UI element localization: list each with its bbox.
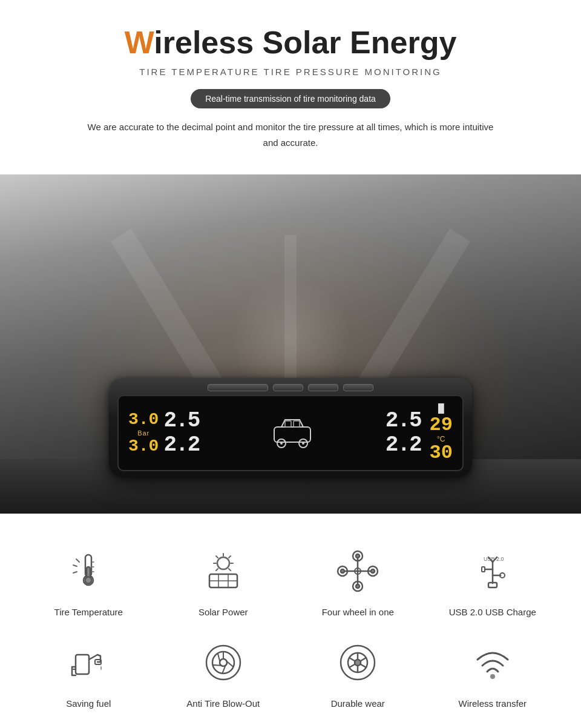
- lcd-screen: 3.0 Bar 3.0 2.5 2.2: [117, 395, 464, 471]
- svg-text:USB  2.0: USB 2.0: [484, 556, 504, 562]
- pressure-left-top: 3.0: [128, 411, 159, 428]
- durable-wear-icon-wrap: [330, 635, 385, 690]
- svg-line-10: [76, 559, 79, 562]
- svg-point-41: [356, 584, 359, 588]
- svg-point-20: [217, 557, 229, 569]
- svg-point-72: [490, 674, 495, 679]
- four-wheel-label: Four wheel in one: [322, 607, 394, 617]
- title-bold: Solar Energy: [263, 25, 457, 60]
- features-section: Tire Temperature: [0, 514, 581, 728]
- svg-line-71: [349, 658, 355, 661]
- feature-anti-tire: Anti Tire Blow-Out: [159, 635, 288, 709]
- solar-panel: [208, 384, 268, 391]
- feature-solar-power: Solar Power: [159, 544, 288, 617]
- svg-line-11: [73, 565, 77, 566]
- button-2: [308, 384, 338, 391]
- pressure-fr-rr: 2.5 2.2: [386, 410, 421, 456]
- durable-wear-label: Durable wear: [331, 698, 385, 709]
- thermometer-icon: [67, 550, 110, 592]
- four-wheel-icon-wrap: [330, 544, 385, 598]
- svg-line-68: [361, 664, 367, 668]
- title-w: W: [125, 25, 154, 60]
- tire-temp-icon-wrap: [61, 544, 116, 598]
- svg-point-6: [280, 442, 283, 445]
- svg-rect-8: [285, 421, 291, 427]
- feature-tire-temp: Tire Temperature: [24, 544, 153, 617]
- feature-wireless: Wireless transfer: [428, 635, 557, 709]
- tire-temp-label: Tire Temperature: [54, 607, 123, 617]
- device-wrapper: 3.0 Bar 3.0 2.5 2.2: [109, 378, 472, 477]
- pressure-rr: 2.2: [386, 434, 421, 456]
- usb-icon: USB 2.0: [471, 550, 514, 592]
- svg-line-24: [229, 569, 231, 571]
- title-rest: ireless: [154, 25, 262, 60]
- car-diagram: [204, 415, 381, 451]
- button-1: [273, 384, 303, 391]
- wifi-icon: [471, 641, 514, 684]
- svg-line-67: [361, 658, 367, 661]
- pressure-fr: 2.5: [386, 410, 421, 432]
- svg-rect-52: [76, 655, 89, 674]
- feature-durable-wear: Durable wear: [294, 635, 422, 709]
- pressure-fl-rl: 2.5 2.2: [163, 410, 199, 456]
- hero-section: 3.0 Bar 3.0 2.5 2.2: [0, 174, 581, 514]
- car-svg: [268, 415, 317, 451]
- svg-rect-9: [294, 421, 300, 427]
- four-wheel-icon: [336, 550, 379, 592]
- svg-line-27: [216, 569, 218, 571]
- fuel-icon: [67, 641, 110, 684]
- durable-icon: [336, 641, 379, 684]
- header-section: Wireless Solar Energy TIRE TEMPERATURE T…: [0, 0, 581, 174]
- svg-point-16: [85, 577, 92, 584]
- anti-tire-icon-wrap: [196, 635, 251, 690]
- svg-point-55: [206, 646, 240, 680]
- svg-line-70: [349, 664, 355, 668]
- svg-point-35: [341, 569, 344, 573]
- subtitle: TIRE TEMPERATURE TIRE PRESSURE MONITORIN…: [12, 67, 569, 77]
- anti-tire-label: Anti Tire Blow-Out: [186, 698, 260, 709]
- pressure-left: 3.0 Bar 3.0: [128, 411, 159, 455]
- svg-point-39: [356, 554, 359, 558]
- description: We are accurate to the decimal point and…: [85, 119, 496, 150]
- feature-saving-fuel: Saving fuel: [24, 635, 153, 709]
- svg-line-59: [226, 660, 232, 668]
- svg-point-65: [355, 660, 361, 666]
- tire-icon: [202, 641, 245, 684]
- button-3: [343, 384, 373, 391]
- temp-bottom: 30: [430, 443, 453, 463]
- battery-icon: ▐▌: [435, 403, 447, 413]
- pressure-rl: 2.2: [163, 434, 199, 456]
- wireless-label: Wireless transfer: [458, 698, 527, 709]
- bar-label: Bar: [137, 429, 149, 437]
- svg-line-25: [216, 556, 218, 558]
- saving-fuel-label: Saving fuel: [66, 698, 111, 709]
- svg-rect-50: [488, 583, 497, 587]
- feature-usb-charge: USB 2.0 USB 2.0 USB Charge: [428, 544, 557, 617]
- solar-icon: [202, 550, 245, 592]
- tpms-device: 3.0 Bar 3.0 2.5 2.2: [109, 378, 472, 477]
- page-title: Wireless Solar Energy: [12, 24, 569, 61]
- feature-four-wheel: Four wheel in one: [294, 544, 422, 617]
- pressure-left-bottom: 3.0: [128, 438, 159, 455]
- usb-charge-label: USB 2.0 USB Charge: [449, 607, 536, 617]
- solar-power-label: Solar Power: [199, 607, 248, 617]
- device-top: [117, 384, 464, 391]
- pressure-fl: 2.5: [163, 410, 199, 432]
- saving-fuel-icon-wrap: [61, 635, 116, 690]
- svg-line-12: [73, 572, 77, 573]
- svg-point-7: [302, 442, 304, 445]
- temp-column: ▐▌ 29 °C 30: [430, 403, 453, 463]
- features-grid: Tire Temperature: [24, 544, 557, 709]
- svg-line-22: [229, 556, 231, 558]
- solar-power-icon-wrap: [196, 544, 251, 598]
- temp-value: 29: [430, 415, 453, 435]
- usb-charge-icon-wrap: USB 2.0: [465, 544, 520, 598]
- svg-rect-47: [482, 567, 485, 572]
- svg-point-37: [371, 569, 375, 573]
- badge: Real-time transmission of tire monitorin…: [191, 89, 390, 108]
- wireless-icon-wrap: [465, 635, 520, 690]
